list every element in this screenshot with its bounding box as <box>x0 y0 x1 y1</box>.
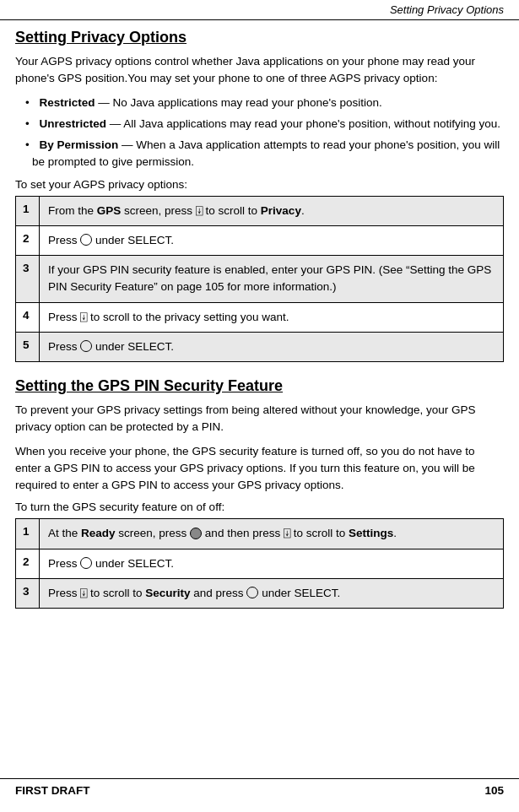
table-row: 5 Press under SELECT. <box>16 332 504 361</box>
main-section-title: Setting Privacy Options <box>15 29 504 46</box>
step-number: 4 <box>16 302 40 332</box>
second-para1: To prevent your GPS privacy settings fro… <box>15 402 504 436</box>
bullet-text-1: — No Java applications may read your pho… <box>95 96 382 109</box>
step-number: 3 <box>16 578 40 608</box>
table-row: 2 Press under SELECT. <box>16 225 504 255</box>
bullet-term-3: By Permission <box>40 138 119 151</box>
second-section-title: Setting the GPS PIN Security Feature <box>15 377 504 395</box>
table-row: 3 Press ⍗ to scroll to Security and pres… <box>16 578 504 608</box>
list-item: Restricted — No Java applications may re… <box>25 95 504 111</box>
step-number: 1 <box>16 196 40 225</box>
second-para2: When you receive your phone, the GPS sec… <box>15 443 504 495</box>
menu-icon <box>190 528 202 539</box>
circle-icon <box>80 340 92 352</box>
table-row: 2 Press under SELECT. <box>16 549 504 578</box>
list-item: By Permission — When a Java application … <box>25 137 504 171</box>
bullet-term-1: Restricted <box>40 96 95 109</box>
step-number: 1 <box>16 519 40 549</box>
main-intro-text: Your AGPS privacy options control whethe… <box>15 53 504 88</box>
table-row: 4 Press ⍗ to scroll to the privacy setti… <box>16 302 504 332</box>
table-row: 3 If your GPS PIN security feature is en… <box>16 256 504 303</box>
page-header: Setting Privacy Options <box>0 0 519 20</box>
footer-right: 105 <box>484 784 504 797</box>
circle-icon <box>246 587 258 598</box>
table-row: 1 At the Ready screen, press and then pr… <box>16 519 504 549</box>
step-content: If your GPS PIN security feature is enab… <box>40 256 504 303</box>
step-content: At the Ready screen, press and then pres… <box>40 519 504 549</box>
step-number: 5 <box>16 332 40 361</box>
step-content: From the GPS screen, press ⍗ to scroll t… <box>40 196 504 225</box>
bullet-text-2: — All Java applications may read your ph… <box>106 117 500 130</box>
step-number: 2 <box>16 225 40 255</box>
step-number: 3 <box>16 256 40 303</box>
step-content: Press under SELECT. <box>40 332 504 361</box>
step-number: 2 <box>16 549 40 578</box>
step-content: Press under SELECT. <box>40 225 504 255</box>
step-content: Press under SELECT. <box>40 549 504 578</box>
step-content: Press ⍗ to scroll to the privacy setting… <box>40 302 504 332</box>
footer-left: FIRST DRAFT <box>15 784 90 797</box>
main-steps-intro: To set your AGPS privacy options: <box>15 178 504 191</box>
second-steps-intro: To turn the GPS security feature on of o… <box>15 501 504 513</box>
main-steps-table: 1 From the GPS screen, press ⍗ to scroll… <box>15 196 504 363</box>
page-footer: FIRST DRAFT 105 <box>0 778 519 802</box>
page-content: Setting Privacy Options Your AGPS privac… <box>0 29 519 641</box>
circle-icon <box>80 557 92 569</box>
step-content: Press ⍗ to scroll to Security and press … <box>40 578 504 608</box>
table-row: 1 From the GPS screen, press ⍗ to scroll… <box>16 196 504 225</box>
circle-icon <box>80 234 92 246</box>
bullet-list: Restricted — No Java applications may re… <box>25 95 504 171</box>
list-item: Unrestricted — All Java applications may… <box>25 116 504 133</box>
bullet-term-2: Unrestricted <box>40 117 107 130</box>
header-title: Setting Privacy Options <box>390 3 504 16</box>
second-steps-table: 1 At the Ready screen, press and then pr… <box>15 518 504 609</box>
